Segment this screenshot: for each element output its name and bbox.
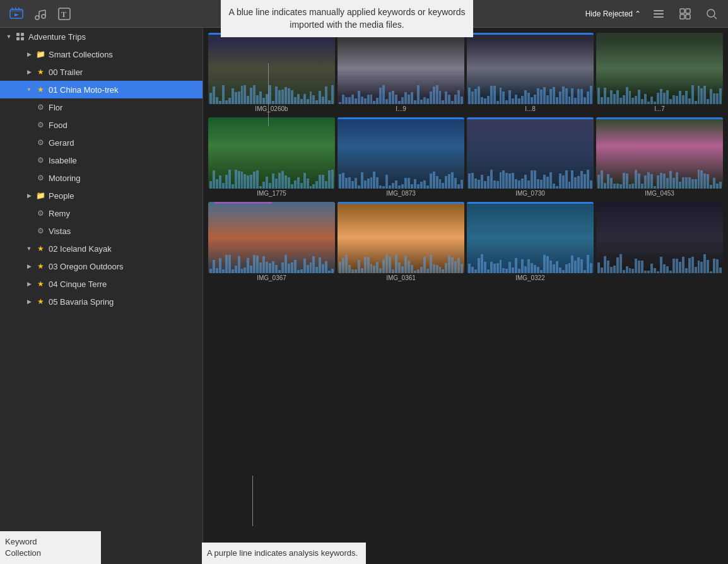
sidebar-item-01-china[interactable]: ▼ ★ 01 China Moto-trek [0,81,203,98]
thumb-label: IMG_0873 [338,190,464,197]
svg-rect-4 [10,9,23,12]
chevron-right-icon-5: ▶ [25,280,33,288]
chevron-right-icon: ▶ [25,50,33,58]
chevron-right-icon-3: ▶ [25,192,33,199]
svg-rect-18 [680,15,684,19]
annotation-purple-text: A purple line indicates analysis keyword… [202,543,366,564]
list-item[interactable]: I...9 [338,33,464,115]
thumb-label: IMG_0361 [338,274,464,281]
toolbar-left: T [8,5,73,23]
chevron-down-icon-3: ▼ [25,245,33,252]
thumb-label: I...8 [467,105,594,112]
sidebar-item-gerard[interactable]: ⚙ Gerard [0,134,203,151]
list-item[interactable]: IMG_0873 [338,117,464,199]
svg-rect-16 [680,9,684,13]
sidebar-item-vistas[interactable]: ⚙ Vistas [0,222,203,240]
sidebar-item-people[interactable]: ▶ 📁 People [0,187,203,204]
title-icon[interactable]: T [56,5,73,23]
people-label: People [49,191,203,201]
keyword-icon-flor: ⚙ [35,102,45,112]
annotation-top: A blue line indicates manually applied k… [221,0,473,37]
thumb-label: I...7 [596,105,723,112]
isabelle-label: Isabelle [49,156,203,165]
sidebar-item-remy[interactable]: ⚙ Remy [0,204,203,222]
sidebar-item-02-iceland[interactable]: ▼ ★ 02 Iceland Kayak [0,240,203,257]
00-trailer-label: 00 Trailer [49,68,203,77]
chevron-down-icon: ▼ [5,33,13,40]
keyword-collection-text: KeywordCollection [5,537,41,558]
list-item[interactable]: IMG_0361 [338,202,464,284]
svg-line-21 [714,16,717,19]
folder-icon-2: 📁 [35,191,45,201]
motoring-label: Motoring [49,173,203,183]
blue-keyword-line [467,202,594,204]
sidebar-item-isabelle[interactable]: ⚙ Isabelle [0,151,203,169]
chevron-down-icon-2: ▼ [25,86,33,93]
sidebar-item-04-cinque[interactable]: ▶ ★ 04 Cinque Terre [0,275,203,293]
sidebar-item-library[interactable]: ▼ Adventure Trips [0,28,203,45]
annotation-line-purple [252,476,253,526]
food-label: Food [49,120,203,130]
list-item[interactable]: IMG_0260b [208,33,335,115]
hide-rejected-button[interactable]: Hide Rejected ⌃ [585,9,641,18]
svg-rect-23 [21,33,24,36]
sidebar-item-00-trailer[interactable]: ▶ ★ 00 Trailer [0,63,203,81]
sidebar-item-food[interactable]: ⚙ Food [0,116,203,134]
list-view-icon[interactable] [650,5,667,23]
list-item[interactable]: I...7 [596,33,723,115]
star-icon-6: ★ [35,297,45,307]
svg-point-6 [35,16,39,20]
blue-keyword-line [467,33,594,35]
list-item[interactable]: IMG_0730 [467,117,594,199]
list-item[interactable]: I...8 [467,33,594,115]
keyword-icon-food: ⚙ [35,120,45,130]
list-item[interactable]: IMG_0322 [467,202,594,284]
smart-collections-label: Smart Collections [49,50,203,59]
svg-rect-19 [686,15,690,19]
star-icon-5: ★ [35,279,45,289]
thumb-label: IMG_0367 [208,274,335,281]
blue-keyword-line [596,117,723,119]
svg-rect-25 [21,37,24,40]
sidebar-item-05-bavaria[interactable]: ▶ ★ 05 Bavaria Spring [0,293,203,310]
thumb-label: IMG_0322 [467,274,594,281]
list-item[interactable]: IMG_0367 [208,202,335,284]
svg-point-7 [42,15,45,18]
04-cinque-label: 04 Cinque Terre [49,279,203,289]
list-item[interactable] [596,202,723,284]
blue-keyword-line [338,202,464,204]
list-item[interactable]: IMG_0453 [596,117,723,199]
sidebar-item-smart-collections[interactable]: ▶ 📁 Smart Collections [0,45,203,63]
05-bavaria-label: 05 Bavaria Spring [49,297,203,307]
chevron-right-icon-2: ▶ [25,68,33,76]
vistas-label: Vistas [49,226,203,236]
keyword-icon-vistas: ⚙ [35,226,45,236]
main-layout: ▼ Adventure Trips ▶ 📁 Smart Collections … [0,28,728,564]
movies-icon[interactable] [8,5,25,23]
library-label: Adventure Trips [28,32,203,42]
chevron-right-icon-6: ▶ [25,298,33,305]
chevron-up-icon: ⌃ [635,9,641,18]
blue-keyword-line [467,117,594,119]
keyword-icon-motoring: ⚙ [35,173,45,183]
02-iceland-label: 02 Iceland Kayak [49,244,203,254]
grid-view-icon[interactable] [676,5,694,23]
sidebar-item-03-oregon[interactable]: ▶ ★ 03 Oregon Outdoors [0,257,203,275]
star-icon-4: ★ [35,261,45,271]
chevron-right-icon-4: ▶ [25,262,33,270]
keyword-icon-remy: ⚙ [35,208,45,218]
blue-keyword-line [338,117,464,119]
annotation-line-top [268,63,269,126]
sidebar-item-flor[interactable]: ⚙ Flor [0,98,203,116]
sidebar: ▼ Adventure Trips ▶ 📁 Smart Collections … [0,28,203,564]
thumb-label: IMG_0453 [596,190,723,197]
svg-point-20 [707,9,715,17]
svg-rect-13 [654,10,664,11]
thumb-label: IMG_0730 [467,190,594,197]
search-icon[interactable] [703,5,720,23]
list-item[interactable]: IMG_1775 [208,117,335,199]
svg-rect-22 [16,33,20,36]
hide-rejected-label: Hide Rejected [585,9,633,18]
music-icon[interactable] [32,5,49,23]
sidebar-item-motoring[interactable]: ⚙ Motoring [0,169,203,187]
